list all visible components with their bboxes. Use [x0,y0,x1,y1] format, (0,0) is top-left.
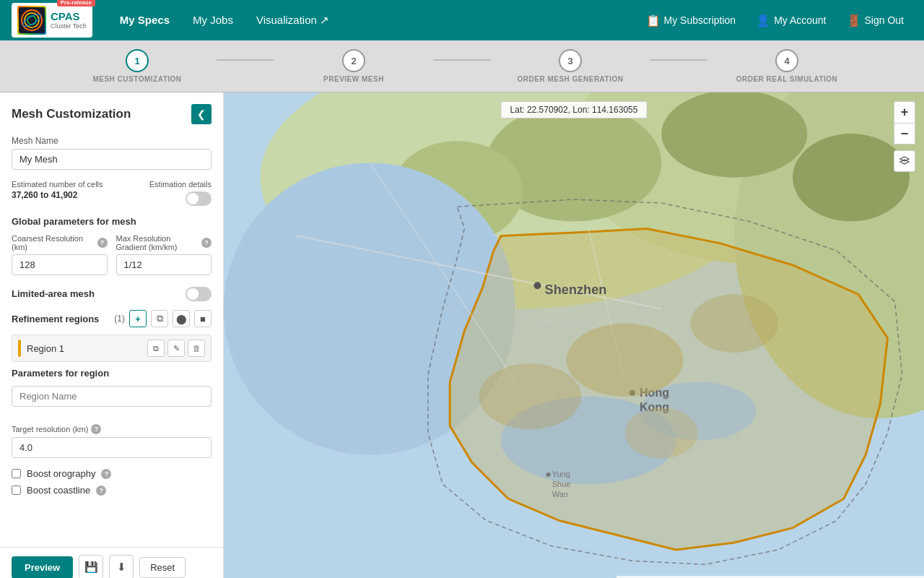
mesh-name-input[interactable] [12,149,212,170]
map-svg: Shenzhen Hong Kong Yung Shue Wan [224,92,924,578]
stepper: 1 MESH CUSTOMIZATION 2 PREVIEW MESH 3 OR… [0,40,924,92]
nav-my-specs[interactable]: My Specs [110,8,180,33]
target-res-help-icon[interactable]: ? [91,424,101,434]
step-3[interactable]: 3 ORDER MESH GENERATION [491,49,650,83]
nav-right: 📋 My Subscription 👤 My Account 🚪 Sign Ou… [637,9,912,32]
svg-point-31 [567,324,684,397]
map-layers-button[interactable] [894,150,915,172]
sign-out-label: Sign Out [865,14,904,26]
download-icon-button[interactable]: ⬇ [109,555,134,578]
collapse-button[interactable]: ❮ [191,104,212,124]
max-gradient-input[interactable] [116,254,212,275]
estimation-details-label: Estimation details [149,180,212,189]
sidebar-title: Mesh Customization [12,107,131,121]
step-4[interactable]: 4 ORDER REAL SIMULATION [707,49,866,83]
account-label: My Account [774,14,826,26]
logo-subtext: Cluster Tech [51,22,87,30]
step-connector-3 [650,59,707,61]
zoom-in-button[interactable]: + [894,101,915,123]
main-layout: Mesh Customization ❮ Mesh Name Estimated… [0,92,924,578]
svg-marker-35 [900,157,909,161]
target-res-input[interactable] [12,437,212,458]
orography-help-icon[interactable]: ? [101,469,111,479]
draw-circle-button[interactable]: ⬤ [173,310,190,327]
limited-area-toggle[interactable] [186,287,212,301]
region-1-actions: ⧉ ✎ 🗑 [147,340,205,357]
nav-visualization[interactable]: Visualization ↗ [246,8,339,33]
region-accent [18,340,21,357]
limited-area-label: Limited-area mesh [12,288,95,299]
svg-rect-0 [19,7,45,33]
svg-text:Yung: Yung [552,470,570,478]
svg-point-11 [661,92,807,178]
step-connector-1 [217,59,274,61]
region-name-input[interactable] [12,386,212,407]
global-params-fields: Coarsest Resolution (km) ? Max Resolutio… [12,234,212,275]
step-1[interactable]: 1 MESH CUSTOMIZATION [58,49,217,83]
boost-coastline-checkbox[interactable] [12,486,21,495]
sidebar-content: Mesh Customization ❮ Mesh Name Estimated… [12,104,212,545]
region-params-group: Parameters for region [12,368,212,414]
max-gradient-help-icon[interactable]: ? [201,238,212,248]
map-area[interactable]: Lat: 22.570902, Lon: 114.163055 [224,92,924,578]
max-gradient-group: Max Resolution Gradient (km/km) ? [116,234,212,275]
nav-links: My Specs My Jobs Visualization ↗ [110,8,637,33]
boost-orography-checkbox[interactable] [12,469,21,478]
svg-marker-36 [900,160,909,164]
account-icon: 👤 [756,14,770,27]
sidebar-header: Mesh Customization ❮ [12,104,212,124]
my-account-link[interactable]: 👤 My Account [747,9,834,32]
reset-button[interactable]: Reset [139,557,186,578]
save-icon-button[interactable]: 💾 [79,555,103,578]
coarsest-label-row: Coarsest Resolution (km) ? [12,234,108,251]
boost-orography-row: Boost orography ? [12,468,212,479]
sign-out-link[interactable]: 🚪 Sign Out [838,9,912,32]
region-1-item: Region 1 ⧉ ✎ 🗑 [12,335,212,362]
svg-point-32 [691,294,778,353]
coarsest-input[interactable] [12,254,108,275]
preview-button[interactable]: Preview [12,556,73,579]
copy-region-button[interactable]: ⧉ [151,310,168,327]
step-1-label: MESH CUSTOMIZATION [92,75,181,83]
svg-point-34 [625,407,698,459]
mesh-name-group: Mesh Name [12,136,212,170]
add-region-button[interactable]: + [129,310,147,327]
zoom-out-button[interactable]: − [894,123,915,144]
step-4-circle: 4 [775,49,798,72]
max-gradient-label: Max Resolution Gradient (km/km) [116,234,199,251]
coastline-help-icon[interactable]: ? [96,486,106,496]
coarsest-res-group: Coarsest Resolution (km) ? [12,234,108,275]
region-delete-btn[interactable]: 🗑 [188,340,205,357]
step-2-circle: 2 [342,49,365,72]
logo-name: CPAS [51,11,87,23]
nav-my-jobs[interactable]: My Jobs [183,8,243,33]
region-1-name: Region 1 [27,343,147,354]
refinement-count: (1) [114,314,125,324]
max-gradient-label-row: Max Resolution Gradient (km/km) ? [116,234,212,251]
region-view-btn[interactable]: ⧉ [147,340,165,357]
step-2[interactable]: 2 PREVIEW MESH [274,49,433,83]
sidebar: Mesh Customization ❮ Mesh Name Estimated… [0,92,224,578]
boost-coastline-label: Boost coastline [27,485,90,496]
svg-point-33 [479,363,581,429]
boost-coastline-row: Boost coastline ? [12,485,212,496]
coarsest-help-icon[interactable]: ? [97,238,108,248]
step-3-circle: 3 [559,49,582,72]
limited-area-row: Limited-area mesh [12,285,212,301]
my-subscription-link[interactable]: 📋 My Subscription [637,9,745,32]
bottom-actions: Preview 💾 ⬇ Reset [0,547,223,578]
svg-text:Shenzhen: Shenzhen [545,282,607,297]
region-edit-btn[interactable]: ✎ [167,340,185,357]
pre-release-badge: Pre-release [57,0,95,7]
svg-point-30 [546,473,551,477]
draw-square-button[interactable]: ■ [194,310,212,327]
estimation-details: Estimation details [149,180,212,206]
target-res-label: Target resolution (km) [12,425,88,434]
logo-image [17,6,46,35]
estimation-toggle[interactable] [186,191,212,206]
estimation-row: Estimated number of cells 37,260 to 41,9… [12,180,212,206]
step-1-circle: 1 [126,49,149,72]
estimation-label: Estimated number of cells [12,180,144,189]
layers-icon [899,155,910,167]
step-4-label: ORDER REAL SIMULATION [736,75,838,83]
